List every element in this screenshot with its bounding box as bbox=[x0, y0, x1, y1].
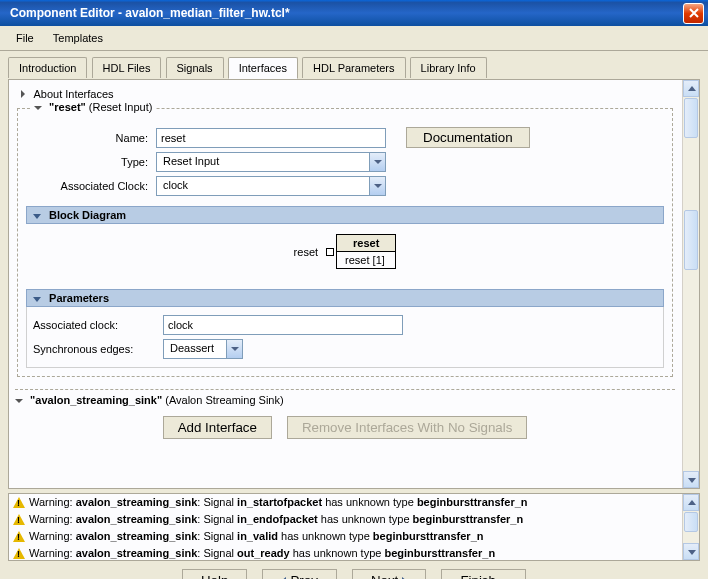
chevron-down-icon[interactable] bbox=[33, 297, 41, 302]
assoc-clock-label: Associated Clock: bbox=[26, 180, 156, 192]
name-input[interactable] bbox=[156, 128, 386, 148]
block-diagram-header[interactable]: Block Diagram bbox=[26, 206, 664, 224]
warning-icon bbox=[13, 548, 25, 560]
warning-row: Warning: avalon_streaming_sink: Signal o… bbox=[9, 545, 682, 560]
about-interfaces-label[interactable]: About Interfaces bbox=[33, 88, 113, 100]
menu-templates[interactable]: Templates bbox=[45, 30, 111, 46]
documentation-button[interactable]: Documentation bbox=[406, 127, 530, 148]
tabstrip: Introduction HDL Files Signals Interface… bbox=[0, 51, 708, 79]
name-label: Name: bbox=[26, 132, 156, 144]
group-legend-type: (Reset Input) bbox=[89, 101, 153, 113]
sync-edges-select[interactable]: Deassert bbox=[163, 339, 243, 359]
scroll-down-icon[interactable] bbox=[683, 543, 699, 560]
warning-row: Warning: avalon_streaming_sink: Signal i… bbox=[9, 494, 682, 511]
chevron-right-icon[interactable] bbox=[21, 90, 25, 98]
assoc-clock-value: clock bbox=[157, 177, 369, 195]
help-button[interactable]: Help bbox=[182, 569, 247, 579]
type-value: Reset Input bbox=[157, 153, 369, 171]
chevron-down-icon[interactable] bbox=[369, 177, 385, 195]
next-button[interactable]: Next bbox=[352, 569, 426, 579]
content-scrollbar[interactable] bbox=[682, 80, 699, 488]
parameters-title: Parameters bbox=[49, 292, 109, 304]
menubar: File Templates bbox=[0, 26, 708, 51]
port-icon bbox=[326, 248, 334, 256]
titlebar: Component Editor - avalon_median_filter_… bbox=[0, 0, 708, 26]
warning-icon bbox=[13, 514, 25, 526]
wizard-buttons: Help Prev Next Finish... bbox=[0, 561, 708, 579]
messages-panel: Warning: avalon_streaming_sink: Signal i… bbox=[8, 493, 700, 561]
warning-row: Warning: avalon_streaming_sink: Signal i… bbox=[9, 511, 682, 528]
tab-hdl-files[interactable]: HDL Files bbox=[92, 57, 162, 78]
tab-hdl-parameters[interactable]: HDL Parameters bbox=[302, 57, 406, 78]
chevron-down-icon[interactable] bbox=[33, 214, 41, 219]
scroll-up-icon[interactable] bbox=[683, 494, 699, 511]
interface-group-reset: "reset" (Reset Input) Name: Documentatio… bbox=[17, 108, 673, 377]
chevron-down-icon[interactable] bbox=[226, 340, 242, 358]
diagram-box-header: reset bbox=[337, 235, 395, 252]
add-interface-button[interactable]: Add Interface bbox=[163, 416, 272, 439]
chevron-down-icon[interactable] bbox=[34, 106, 42, 110]
chevron-down-icon[interactable] bbox=[15, 399, 23, 403]
remove-no-signals-button: Remove Interfaces With No Signals bbox=[287, 416, 527, 439]
tab-library-info[interactable]: Library Info bbox=[410, 57, 487, 78]
window-title: Component Editor - avalon_median_filter_… bbox=[4, 6, 683, 20]
close-icon[interactable] bbox=[683, 3, 704, 24]
scroll-up-icon[interactable] bbox=[683, 80, 699, 97]
tabcontent: About Interfaces "reset" (Reset Input) N… bbox=[8, 79, 700, 489]
scrollbar-thumb[interactable] bbox=[684, 512, 698, 532]
group-legend-name: "reset" bbox=[49, 101, 86, 113]
parameters-header[interactable]: Parameters bbox=[26, 289, 664, 307]
scrollbar-thumb[interactable] bbox=[684, 98, 698, 138]
next-group-legend-type: (Avalon Streaming Sink) bbox=[165, 394, 283, 406]
tab-signals[interactable]: Signals bbox=[166, 57, 224, 78]
type-select[interactable]: Reset Input bbox=[156, 152, 386, 172]
tab-interfaces[interactable]: Interfaces bbox=[228, 57, 298, 79]
chevron-down-icon[interactable] bbox=[369, 153, 385, 171]
prev-button[interactable]: Prev bbox=[262, 569, 336, 579]
block-diagram-title: Block Diagram bbox=[49, 209, 126, 221]
menu-file[interactable]: File bbox=[8, 30, 42, 46]
param-assoc-clock-label: Associated clock: bbox=[33, 319, 163, 331]
diagram-port-text: reset [1] bbox=[337, 252, 395, 268]
diagram-port-label: reset bbox=[294, 246, 318, 258]
scrollbar-thumb[interactable] bbox=[684, 210, 698, 270]
warning-icon bbox=[13, 531, 25, 543]
next-group-legend-name: "avalon_streaming_sink" bbox=[30, 394, 162, 406]
finish-button[interactable]: Finish... bbox=[441, 569, 526, 579]
sync-edges-value: Deassert bbox=[164, 340, 226, 358]
tab-introduction[interactable]: Introduction bbox=[8, 57, 87, 78]
param-assoc-clock-input[interactable] bbox=[163, 315, 403, 335]
assoc-clock-select[interactable]: clock bbox=[156, 176, 386, 196]
warning-icon bbox=[13, 497, 25, 509]
type-label: Type: bbox=[26, 156, 156, 168]
param-sync-edges-label: Synchronous edges: bbox=[33, 343, 163, 355]
scroll-down-icon[interactable] bbox=[683, 471, 699, 488]
messages-scrollbar[interactable] bbox=[682, 494, 699, 560]
warning-row: Warning: avalon_streaming_sink: Signal i… bbox=[9, 528, 682, 545]
